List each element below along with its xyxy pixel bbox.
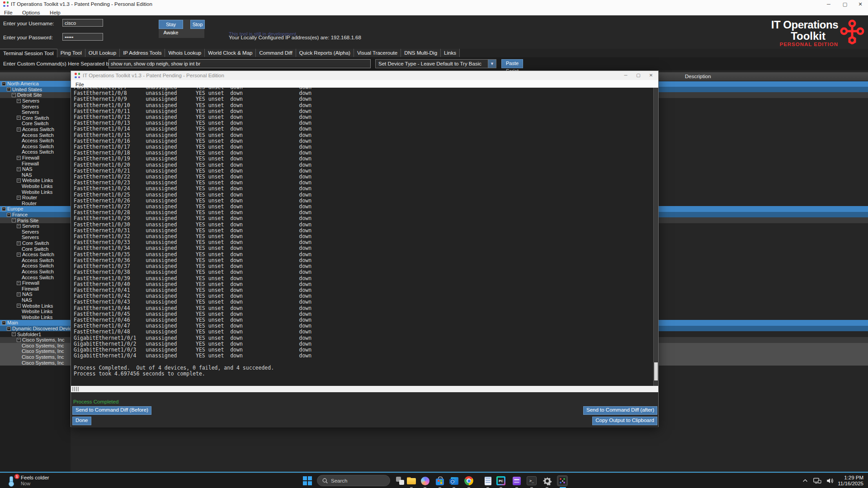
- stay-awake-button[interactable]: Stay Awake: [159, 20, 183, 29]
- tree-row[interactable]: −Access Switch: [0, 252, 71, 258]
- tree-row[interactable]: −Main: [0, 320, 71, 326]
- tree-row[interactable]: −Website Links: [0, 178, 71, 183]
- dialog-close-button[interactable]: ✕: [645, 71, 657, 80]
- network-icon[interactable]: [813, 477, 821, 485]
- start-button[interactable]: [303, 476, 312, 485]
- collapse-icon[interactable]: −: [17, 241, 21, 245]
- tree-row[interactable]: −Core Switch: [0, 115, 71, 121]
- collapse-icon[interactable]: −: [12, 93, 16, 97]
- device-type-select[interactable]: Set Device Type - Leave Default to Try B…: [375, 59, 496, 68]
- purple-app-icon[interactable]: [511, 475, 522, 486]
- collapse-icon[interactable]: −: [7, 87, 11, 91]
- tree-row[interactable]: −France: [0, 212, 71, 218]
- tree-row[interactable]: Cisco Systems, Inc: [0, 354, 71, 360]
- collapse-icon[interactable]: −: [2, 82, 6, 86]
- collapse-icon[interactable]: −: [17, 178, 21, 183]
- horizontal-scrollbar[interactable]: [71, 386, 658, 392]
- collapse-icon[interactable]: −: [17, 156, 21, 160]
- scrollbar-grip[interactable]: [72, 387, 79, 391]
- command-input[interactable]: [108, 59, 371, 68]
- tree-row[interactable]: −Firewall: [0, 155, 71, 161]
- paste-script-button[interactable]: Paste Script: [501, 59, 523, 68]
- send-command-diff-after-button[interactable]: Send to Command Diff (after): [583, 406, 657, 415]
- tree-row[interactable]: Access Switch: [0, 149, 71, 155]
- tree-row[interactable]: −Firewall: [0, 280, 71, 286]
- tree-row[interactable]: Access Switch: [0, 263, 71, 269]
- tree-row[interactable]: −Subfolder1: [0, 331, 71, 337]
- tree-row[interactable]: −Core Switch: [0, 240, 71, 246]
- tree-row[interactable]: NAS: [0, 172, 71, 178]
- collapse-icon[interactable]: −: [17, 167, 21, 171]
- tree-row[interactable]: Firewall: [0, 286, 71, 292]
- tree-row[interactable]: −North America: [0, 81, 71, 87]
- collapse-icon[interactable]: −: [17, 99, 21, 103]
- clock[interactable]: 1:29 PM 11/16/2025: [838, 475, 863, 487]
- tree-row[interactable]: −Access Switch: [0, 127, 71, 132]
- tab-terminal-session-tool[interactable]: Terminal Session Tool: [0, 49, 57, 57]
- tree-row[interactable]: −Servers: [0, 98, 71, 104]
- collapse-icon[interactable]: −: [17, 224, 21, 228]
- weather-widget[interactable]: 1 Feels colder Now: [6, 474, 49, 486]
- collapse-icon[interactable]: −: [17, 253, 21, 257]
- tree-row[interactable]: −Paris Site: [0, 217, 71, 223]
- tree-row[interactable]: −Europe: [0, 206, 71, 212]
- collapse-icon[interactable]: −: [17, 116, 21, 120]
- tab-ping-tool[interactable]: Ping Tool: [57, 49, 85, 57]
- tree-row[interactable]: Access Switch: [0, 132, 71, 138]
- tree-row[interactable]: Access Switch: [0, 258, 71, 263]
- tree-row[interactable]: −Cisco Systems, Inc: [0, 337, 71, 343]
- tree-row[interactable]: Access Switch: [0, 274, 71, 280]
- collapse-icon[interactable]: −: [17, 281, 21, 285]
- tree-row[interactable]: Website Links: [0, 189, 71, 195]
- tree-row[interactable]: Cisco Systems, Inc: [0, 348, 71, 354]
- vertical-scrollbar[interactable]: [653, 88, 658, 386]
- collapse-icon[interactable]: −: [2, 207, 6, 211]
- pycharm-icon[interactable]: PC: [495, 475, 506, 486]
- tree-row[interactable]: −Website Links: [0, 303, 71, 309]
- copy-output-button[interactable]: Copy Output to Clipboard: [592, 417, 657, 425]
- tab-world-clock-map[interactable]: World Clock & Map: [205, 49, 256, 57]
- search-input[interactable]: Search: [317, 475, 390, 486]
- speaker-icon[interactable]: [826, 477, 834, 485]
- tray-chevron-up-icon[interactable]: [802, 478, 808, 484]
- chrome-icon[interactable]: [463, 475, 474, 486]
- terminal-icon[interactable]: >_: [526, 475, 537, 486]
- tree-row[interactable]: −NAS: [0, 166, 71, 172]
- chevron-down-icon[interactable]: ▼: [488, 60, 496, 68]
- tab-visual-traceroute[interactable]: Visual Traceroute: [354, 49, 401, 57]
- dialog-maximize-button[interactable]: ▢: [632, 71, 645, 80]
- tree-row[interactable]: Access Switch: [0, 138, 71, 144]
- tab-ip-address-tools[interactable]: IP Address Tools: [120, 49, 165, 57]
- tree-row[interactable]: −Detroit Site: [0, 92, 71, 98]
- tree-row[interactable]: Website Links: [0, 183, 71, 189]
- tree-row[interactable]: Website Links: [0, 314, 71, 320]
- username-input[interactable]: [62, 19, 103, 27]
- tree-row[interactable]: Router: [0, 201, 71, 206]
- tab-command-diff[interactable]: Command Diff: [256, 49, 296, 57]
- tab-whois-lookup[interactable]: Whois Lookup: [165, 49, 205, 57]
- settings-gear-icon[interactable]: [542, 475, 552, 486]
- tree-row[interactable]: NAS: [0, 297, 71, 303]
- file-explorer-icon[interactable]: [406, 475, 417, 486]
- tree-row[interactable]: Cisco Systems, Inc: [0, 360, 71, 366]
- tree-row[interactable]: −Router: [0, 195, 71, 201]
- collapse-icon[interactable]: −: [7, 213, 11, 217]
- tree-row[interactable]: −United States: [0, 87, 71, 93]
- close-button[interactable]: ✕: [854, 0, 867, 8]
- tab-oui-lookup[interactable]: OUI Lookup: [85, 49, 120, 57]
- tree-row[interactable]: Servers: [0, 229, 71, 235]
- tree-row[interactable]: Servers: [0, 235, 71, 240]
- outlook-icon[interactable]: [448, 475, 459, 486]
- dialog-minimize-button[interactable]: ─: [619, 71, 632, 80]
- copilot-icon[interactable]: [420, 475, 430, 486]
- tree-row[interactable]: −Servers: [0, 223, 71, 229]
- tab-dns-multi-dig[interactable]: DNS Multi-Dig: [401, 49, 441, 57]
- tree-row[interactable]: Access Switch: [0, 144, 71, 150]
- collapse-icon[interactable]: −: [17, 292, 21, 296]
- tree-row[interactable]: Core Switch: [0, 121, 71, 127]
- tree-row[interactable]: Cisco Systems, Inc: [0, 343, 71, 349]
- tree-row[interactable]: Servers: [0, 109, 71, 115]
- tree-row[interactable]: Website Links: [0, 309, 71, 314]
- maximize-button[interactable]: ▢: [838, 0, 852, 8]
- tab-quick-reports-alpha-[interactable]: Quick Reports (Alpha): [296, 49, 354, 57]
